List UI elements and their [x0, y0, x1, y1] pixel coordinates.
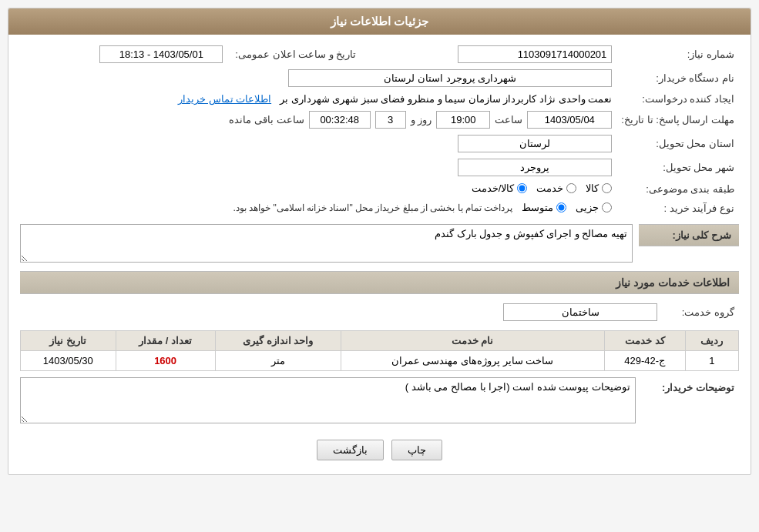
roz-input[interactable] [375, 111, 406, 129]
cell-radif: 1 [685, 351, 738, 371]
radio-mottaset[interactable]: متوسط [522, 202, 566, 213]
bazgasht-button[interactable]: بازگشت [317, 440, 384, 460]
ostan-input[interactable] [458, 135, 612, 152]
tarikh-saat-label: تاریخ و ساعت اعلان عمومی: [227, 42, 361, 66]
radio-kala-khadamat[interactable]: کالا/خدمت [472, 182, 528, 194]
buttons-row: چاپ بازگشت [20, 430, 739, 467]
noe-farayand-row: جزیی متوسط پرداخت تمام یا بخشی از مبلغ خ… [20, 199, 616, 218]
shahr-label: شهر محل تحویل: [616, 156, 739, 179]
shahr-value [20, 156, 616, 179]
tabaqe-label: طبقه بندی موضوعی: [616, 179, 739, 199]
chap-button[interactable]: چاپ [391, 440, 442, 460]
col-radif: ردیف [685, 331, 738, 351]
nam-dastgah-input[interactable] [288, 69, 612, 87]
grohe-value [20, 300, 662, 324]
noe-farayand-label: نوع فرآیند خرید : [616, 199, 739, 218]
nam-dastgah-label: نام دستگاه خریدار: [616, 66, 739, 90]
cell-tedad: 1600 [116, 351, 215, 371]
grohe-label: گروه خدمت: [662, 300, 739, 324]
roz-label: روز و [411, 114, 432, 125]
cell-unit: متر [215, 351, 341, 371]
tarikh-input[interactable] [527, 111, 612, 129]
ostan-value [20, 132, 616, 156]
cell-kod: ج-42-429 [604, 351, 685, 371]
tarikh-saat-input[interactable] [99, 45, 223, 63]
nam-dastgah-value [20, 66, 616, 90]
saat-input[interactable] [436, 111, 490, 129]
services-section-header: اطلاعات خدمات مورد نیاز [20, 271, 739, 294]
mohlat-label: مهلت ارسال پاسخ: تا تاریخ: [616, 108, 739, 132]
saat-label: ساعت [495, 114, 522, 125]
baqi-label: ساعت باقی مانده [229, 114, 304, 125]
page-title: جزئیات اطلاعات نیاز [8, 8, 751, 35]
shahr-input[interactable] [458, 159, 612, 176]
ijad-konande-label: ایجاد کننده درخواست: [616, 90, 739, 108]
radio-kala[interactable]: کالا [586, 182, 612, 194]
cell-tarikh: 1403/05/30 [21, 351, 116, 371]
noe-farayand-note: پرداخت تمام یا بخشی از مبلغ خریداز محل "… [233, 202, 512, 213]
mohlat-row: ساعت روز و ساعت باقی مانده [20, 108, 616, 132]
cell-name: ساخت سایر پروژه‌های مهندسی عمران [341, 351, 604, 371]
tawzih-label: توضیحات خریدار: [639, 377, 739, 398]
shomare-niaz-value [361, 42, 616, 66]
sharh-label: شرح کلی نیاز: [639, 224, 739, 246]
shomare-niaz-label: شماره نیاز: [616, 42, 739, 66]
ijad-konande-value: نعمت واحدی نژاد کاربرداز سازمان سیما و م… [20, 90, 616, 108]
table-row: 1 ج-42-429 ساخت سایر پروژه‌های مهندسی عم… [21, 351, 739, 371]
col-tedad: تعداد / مقدار [116, 331, 215, 351]
col-tarikh: تاریخ نیاز [21, 331, 116, 351]
services-table: ردیف کد خدمت نام خدمت واحد اندازه گیری ت… [20, 330, 739, 371]
grohe-input[interactable] [503, 303, 657, 321]
tawzih-textarea[interactable]: توضیحات پیوست شده است (اجرا با مصالح می … [20, 377, 636, 423]
col-kod: کد خدمت [604, 331, 685, 351]
shomare-niaz-input[interactable] [458, 45, 612, 63]
radio-khadamat[interactable]: خدمت [536, 182, 576, 194]
radio-jozyi[interactable]: جزیی [576, 202, 612, 213]
tarikh-saat-value [20, 42, 227, 66]
tabaqe-radios: کالا خدمت کالا/خدمت [20, 179, 616, 199]
col-name: نام خدمت [341, 331, 604, 351]
sharh-textarea[interactable]: تهیه مصالح و اجرای کفپوش و جدول بارک گند… [20, 224, 633, 263]
ostan-label: استان محل تحویل: [616, 132, 739, 156]
ettelaat-tamas-link[interactable]: اطلاعات تماس خریدار [178, 93, 271, 105]
countdown-input[interactable] [309, 111, 371, 129]
col-unit: واحد اندازه گیری [215, 331, 341, 351]
